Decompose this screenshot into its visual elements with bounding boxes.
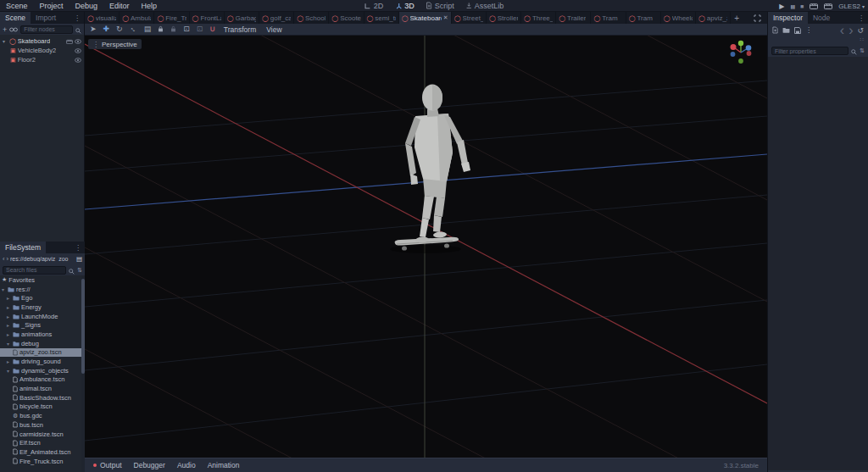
open-scene-icon[interactable] [66,39,73,44]
history-forward-icon[interactable]: › [849,23,853,38]
tab-import[interactable]: Import [31,12,61,24]
scrollbar[interactable] [81,275,85,472]
resource-menu-icon[interactable]: ⋮ [805,26,812,34]
visibility-eye-icon[interactable] [75,39,81,44]
menu-debug[interactable]: Debug [70,2,104,10]
file-item[interactable]: carmidsize.tscn [0,430,85,439]
add-node-button[interactable]: + [3,25,7,34]
nav-forward-button[interactable]: › [7,255,9,263]
menu-help[interactable]: Help [136,2,164,10]
dock-menu-icon[interactable]: ⋮ [854,12,868,24]
search-files-input[interactable] [3,266,66,275]
animation-tab[interactable]: Animation [208,461,240,469]
scene-tab[interactable]: ◯Garbage_ [225,12,259,24]
menu-scene[interactable]: Scene [0,2,34,10]
close-icon[interactable]: ✕ [443,14,448,21]
snap-toggle-button[interactable]: ∪ [209,25,215,33]
scene-tab[interactable]: ◯Fire_Truc [154,12,189,24]
dock-menu-icon[interactable]: ⋮ [71,242,85,253]
object-properties-icon[interactable]: ∷ [860,36,864,45]
debugger-tab[interactable]: Debugger [134,461,165,469]
distraction-free-button[interactable] [748,12,767,24]
scene-tab[interactable]: ◯Trailer [556,12,591,24]
pause-button[interactable]: ▮▮ [790,3,794,9]
visibility-eye-icon[interactable] [75,48,81,53]
tab-inspector[interactable]: Inspector [768,12,808,24]
scene-tab[interactable]: ◯semi_truc [364,12,399,24]
file-item[interactable]: ⚙bus.gdc [0,411,85,420]
folder-item[interactable]: ▾debug [0,339,85,348]
scene-tab[interactable]: ◯School_B [294,12,329,24]
workspace-2d-button[interactable]: 2D [360,2,388,10]
stop-button[interactable]: ■ [800,3,804,9]
axis-gizmo[interactable] [728,39,754,64]
view-mode-toggle-icon[interactable]: ▤ [76,255,82,263]
tree-collapse-icon[interactable]: ▾ [3,38,8,44]
scrollbar-thumb[interactable] [81,279,85,374]
select-tool-button[interactable]: ➤ [90,25,97,33]
workspace-script-button[interactable]: Script [422,2,459,10]
folder-item[interactable]: ▾dynamic_objects [0,366,85,375]
scene-tree-row-skateboard[interactable]: ▾ ◯ Skateboard [0,36,84,46]
file-item[interactable]: Elf_Animated.tscn [0,447,85,457]
scene-tab[interactable]: ◯FrontLan [190,12,225,24]
ungroup-button[interactable]: ⊡ [197,25,203,33]
scene-tab[interactable]: ◯apviz_zoo [696,12,731,24]
scene-tab[interactable]: ◯Ambulanc [120,12,154,24]
play-button[interactable]: ▶ [779,3,784,10]
save-resource-icon[interactable] [794,27,801,34]
move-tool-button[interactable]: ✚ [103,25,110,33]
workspace-3d-button[interactable]: 3D [391,2,419,10]
group-button[interactable]: ⊡ [183,25,190,33]
folder-item[interactable]: ▾res:// [0,285,85,294]
load-resource-folder-icon[interactable] [782,27,790,33]
filter-nodes-input[interactable] [20,25,73,34]
nav-back-button[interactable]: ‹ [3,255,5,263]
lock-icon[interactable] [158,25,164,34]
scene-tab[interactable]: ◯Tram [591,12,626,24]
file-item[interactable]: bus.tscn [0,420,85,430]
tab-node[interactable]: Node [808,12,835,24]
folder-item[interactable]: ▸_Signs [0,320,85,330]
sort-icon[interactable]: ⇅ [77,267,82,274]
scene-tab[interactable]: ◯Three_W [521,12,556,24]
list-select-button[interactable]: ▤ [144,25,152,33]
scale-tool-button[interactable]: ↔ [128,24,139,35]
scene-tree-row-floor2[interactable]: ▣ Floor2 [0,55,84,64]
folder-item[interactable]: ▸animations [0,330,85,339]
folder-item[interactable]: ▸Energy [0,303,85,312]
transform-menu[interactable]: Transform [222,25,258,34]
workspace-assetlib-button[interactable]: AssetLib [462,2,509,10]
output-tab[interactable]: Output [100,461,122,469]
file-item[interactable]: Fire_Truck.tscn [0,457,85,466]
file-item[interactable]: bicycle.tscn [0,403,85,412]
folder-item[interactable]: ▸Ego [0,293,85,303]
renderer-dropdown[interactable]: GLES2 ▾ [838,3,865,10]
tab-filesystem[interactable]: FileSystem [0,242,46,253]
new-resource-icon[interactable] [772,26,778,34]
menu-editor[interactable]: Editor [103,2,136,10]
tools-icon[interactable]: ⇅ [860,47,865,54]
history-icon[interactable]: ↺ [857,26,864,35]
folder-item[interactable]: ▸driving_sound [0,357,85,366]
unlock-icon[interactable] [170,25,176,34]
view-menu[interactable]: View [264,25,283,34]
scene-tab[interactable]: ◯Scooter [329,12,364,24]
visibility-eye-icon[interactable] [75,58,81,63]
scene-tab[interactable]: ◯Street_Sw [452,12,487,24]
scene-tab[interactable]: ◯visualizer [85,12,120,24]
instance-scene-button[interactable] [9,25,18,34]
3d-viewport[interactable]: ⋮ Perspective [85,36,767,458]
file-item[interactable]: animal.tscn [0,384,85,393]
filter-properties-input[interactable] [771,47,849,55]
scene-tab[interactable]: ◯Stroller [487,12,521,24]
favorites-item[interactable]: ★Favorites [0,275,85,285]
scene-tab[interactable]: ◯Wheelcha [661,12,696,24]
folder-item[interactable]: ▸LaunchMode [0,312,85,321]
file-item[interactable]: Ambulance.tscn [0,375,85,385]
audio-tab[interactable]: Audio [177,461,196,469]
tab-scene[interactable]: Scene [0,12,31,24]
file-item[interactable]: BasicShadow.tscn [0,393,85,403]
menu-project[interactable]: Project [34,2,70,10]
history-back-icon[interactable]: ‹ [840,23,844,38]
